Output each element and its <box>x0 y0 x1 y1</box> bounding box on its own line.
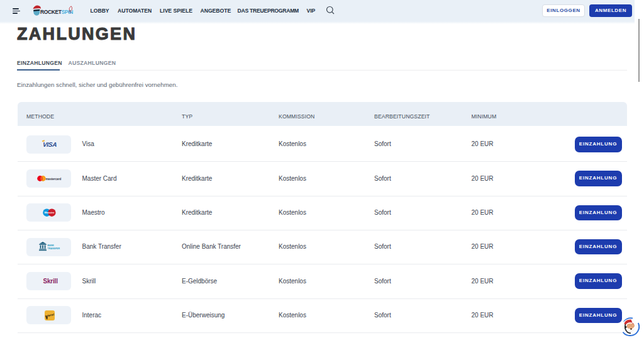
svg-text:TRANSFER: TRANSFER <box>47 247 60 250</box>
svg-text:mastercard: mastercard <box>45 178 61 181</box>
svg-text:BANK: BANK <box>47 244 54 247</box>
svg-text:Maestro: Maestro <box>44 212 54 215</box>
